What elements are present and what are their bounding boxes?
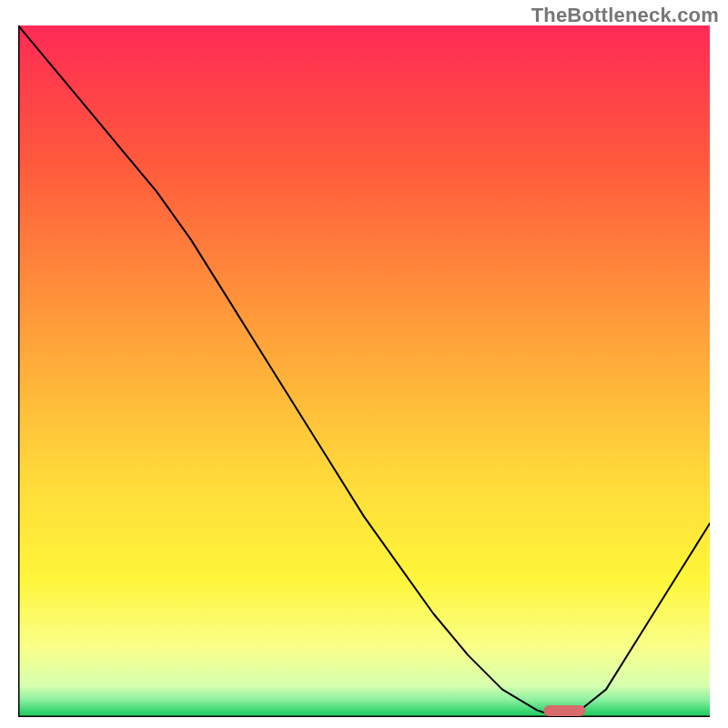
chart-svg: [18, 25, 710, 717]
chart-container: TheBottleneck.com: [0, 0, 728, 728]
optimum-marker: [543, 705, 585, 716]
bottleneck-chart: [18, 25, 710, 717]
chart-background: [18, 25, 710, 717]
watermark-text: TheBottleneck.com: [531, 4, 719, 27]
